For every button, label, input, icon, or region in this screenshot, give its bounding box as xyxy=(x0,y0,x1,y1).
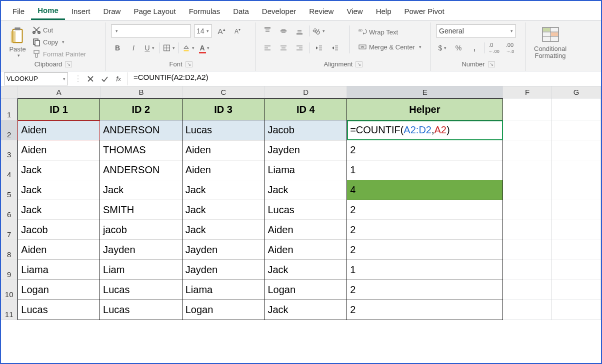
cell-B11[interactable]: Lucas xyxy=(100,300,182,320)
format-painter-button[interactable]: Format Painter xyxy=(32,48,86,59)
table-header[interactable]: ID 4 xyxy=(264,98,347,120)
borders-button[interactable]: ▾ xyxy=(162,41,176,54)
cell-B8[interactable]: Jayden xyxy=(100,240,182,260)
cell-empty[interactable] xyxy=(552,180,601,200)
row-header-6[interactable]: 6 xyxy=(1,200,18,220)
cell-B2[interactable]: ANDERSON xyxy=(100,120,182,140)
table-header[interactable]: ID 1 xyxy=(18,98,100,120)
cell-C2[interactable]: Lucas xyxy=(182,120,265,140)
cell-B4[interactable]: ANDERSON xyxy=(100,160,182,180)
dialog-launcher-icon[interactable]: ↘ xyxy=(356,61,362,67)
cell-empty[interactable] xyxy=(503,140,552,160)
cell-C9[interactable]: Jayden xyxy=(182,260,265,280)
cell-empty[interactable] xyxy=(503,120,552,140)
tab-draw[interactable]: Draw xyxy=(96,4,127,19)
cell-A9[interactable]: Liama xyxy=(18,260,100,280)
cell-A2[interactable]: Aiden xyxy=(18,120,100,140)
cell-E4[interactable]: 1 xyxy=(347,160,503,180)
orientation-button[interactable]: ab▾ xyxy=(312,24,326,37)
dialog-launcher-icon[interactable]: ↘ xyxy=(186,61,192,67)
cell-D2[interactable]: Jacob xyxy=(264,120,347,140)
col-header-C[interactable]: C xyxy=(182,86,265,98)
tab-developer[interactable]: Developer xyxy=(256,4,302,19)
cell-empty[interactable] xyxy=(552,260,601,280)
cell-C7[interactable]: Jack xyxy=(182,220,265,240)
cell-B6[interactable]: SMITH xyxy=(100,200,182,220)
cell-empty[interactable] xyxy=(552,160,601,180)
cell-A7[interactable]: Jacob xyxy=(18,220,100,240)
col-header-B[interactable]: B xyxy=(100,86,183,98)
cell-empty[interactable] xyxy=(503,160,552,180)
cell-D8[interactable]: Aiden xyxy=(264,240,347,260)
row-header-5[interactable]: 5 xyxy=(1,180,18,200)
tab-insert[interactable]: Insert xyxy=(65,4,97,19)
cell-A11[interactable]: Lucas xyxy=(18,300,100,320)
cell-B10[interactable]: Lucas xyxy=(100,280,182,300)
cell-C10[interactable]: Liama xyxy=(182,280,265,300)
cell-E6[interactable]: 2 xyxy=(347,200,503,220)
tab-view[interactable]: View xyxy=(340,4,369,19)
select-all-corner[interactable] xyxy=(1,86,18,98)
cell-D3[interactable]: Jayden xyxy=(264,140,347,160)
align-middle-button[interactable] xyxy=(277,24,290,37)
conditional-formatting-button[interactable]: Conditional Formatting xyxy=(531,24,570,59)
tab-help[interactable]: Help xyxy=(370,4,398,19)
cell-empty[interactable] xyxy=(552,220,601,240)
cell-C4[interactable]: Aiden xyxy=(182,160,265,180)
decrease-font-button[interactable]: A▾ xyxy=(231,24,244,37)
table-header[interactable]: ID 3 xyxy=(182,98,265,120)
align-bottom-button[interactable] xyxy=(293,24,306,37)
cell-empty[interactable] xyxy=(503,180,552,200)
cell-D11[interactable]: Jack xyxy=(264,300,347,320)
cell-E7[interactable]: 2 xyxy=(347,220,503,240)
dialog-launcher-icon[interactable]: ↘ xyxy=(65,61,72,67)
row-header-7[interactable]: 7 xyxy=(1,220,18,240)
comma-button[interactable]: , xyxy=(468,41,481,54)
cell-empty[interactable] xyxy=(503,300,552,320)
cell-A8[interactable]: Aiden xyxy=(18,240,100,260)
cell-B7[interactable]: jacob xyxy=(100,220,182,240)
increase-indent-button[interactable] xyxy=(328,41,342,54)
confirm-formula-button[interactable] xyxy=(99,73,110,84)
cell-D9[interactable]: Jack xyxy=(264,260,347,280)
fill-color-button[interactable]: ▾ xyxy=(182,41,195,54)
formula-input-field[interactable] xyxy=(132,72,596,82)
font-size-select[interactable]: 14▾ xyxy=(194,24,212,37)
cell-E2[interactable]: =COUNTIF(A2:D2,A2) xyxy=(347,120,503,140)
cut-button[interactable]: Cut xyxy=(32,24,86,35)
font-color-button[interactable]: A▾ xyxy=(198,41,211,54)
bold-button[interactable]: B xyxy=(111,41,124,54)
col-header-A[interactable]: A xyxy=(18,86,100,98)
copy-button[interactable]: Copy ▾ xyxy=(32,36,86,47)
number-format-select[interactable]: General ▾ xyxy=(436,24,516,37)
tab-data[interactable]: Data xyxy=(226,4,256,19)
decrease-indent-button[interactable] xyxy=(312,41,326,54)
cell-E3[interactable]: 2 xyxy=(347,140,503,160)
percent-button[interactable]: % xyxy=(452,41,465,54)
cell-E5[interactable]: 4 xyxy=(347,180,503,200)
formula-input[interactable] xyxy=(127,72,601,85)
cell-C3[interactable]: Aiden xyxy=(182,140,265,160)
align-top-button[interactable] xyxy=(261,24,274,37)
cell-empty[interactable] xyxy=(503,200,552,220)
col-header-F[interactable]: F xyxy=(503,86,552,98)
underline-button[interactable]: U▾ xyxy=(143,41,156,54)
cell-E8[interactable]: 2 xyxy=(347,240,503,260)
tab-page-layout[interactable]: Page Layout xyxy=(127,4,182,19)
cell-empty[interactable] xyxy=(552,240,601,260)
italic-button[interactable]: I xyxy=(127,41,140,54)
cell-D4[interactable]: Liama xyxy=(264,160,347,180)
row-header-11[interactable]: 11 xyxy=(1,300,18,320)
row-header-10[interactable]: 10 xyxy=(1,280,18,300)
cell-B9[interactable]: Liam xyxy=(100,260,182,280)
cell-empty[interactable] xyxy=(552,200,601,220)
cell-empty[interactable] xyxy=(503,220,552,240)
cell-D6[interactable]: Lucas xyxy=(264,200,347,220)
align-right-button[interactable] xyxy=(293,41,306,54)
row-header-8[interactable]: 8 xyxy=(1,240,18,260)
dialog-launcher-icon[interactable]: ↘ xyxy=(488,61,495,67)
tab-review[interactable]: Review xyxy=(302,4,340,19)
row-header-4[interactable]: 4 xyxy=(1,160,18,180)
cell-empty[interactable] xyxy=(552,120,601,140)
cell-B5[interactable]: Jack xyxy=(100,180,182,200)
